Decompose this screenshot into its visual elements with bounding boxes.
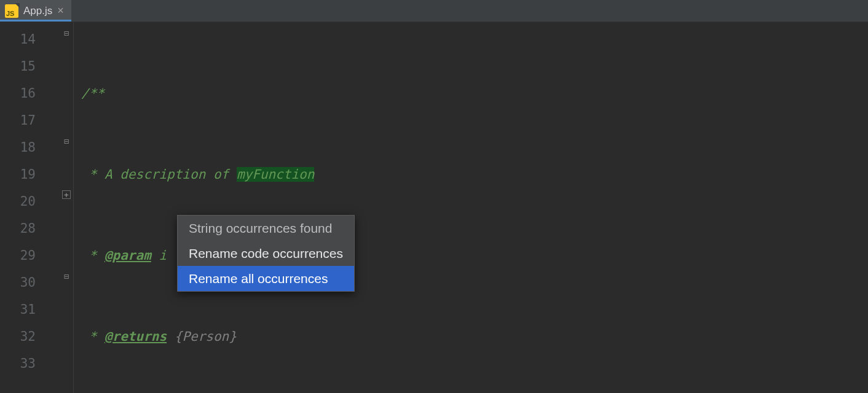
rename-popup: String occurrences found Rename code occ… [177,215,355,292]
line-number: 32 [0,323,59,350]
file-tab[interactable]: JS App.js × [0,0,71,21]
line-number: 19 [0,161,59,188]
tab-bar: JS App.js × [0,0,868,22]
rename-all-occurrences[interactable]: Rename all occurrences [178,266,354,291]
jsdoc-param: * @param i [81,248,167,263]
line-number: 20 [0,188,59,215]
line-number: 30 [0,269,59,296]
line-number: 28 [0,215,59,242]
line-number: 31 [0,296,59,323]
code-area[interactable]: /** * A description of myFunction * @par… [59,22,868,393]
jsdoc-returns: * @returns {Person} [81,329,237,344]
rename-code-occurrences[interactable]: Rename code occurrences [178,241,354,266]
popup-title: String occurrences found [178,216,354,241]
line-number: 15 [0,53,59,80]
tab-filename: App.js [23,5,52,17]
jsdoc-line: * A description of myFunction [81,167,314,182]
close-tab-icon[interactable]: × [57,4,64,17]
line-number: 14 [0,26,59,53]
js-file-icon: JS [5,4,18,18]
line-number: 16 [0,80,59,107]
line-number-gutter: 14 15 16 17 18 19 20 28 29 30 31 32 33 [0,22,59,393]
line-number: 18 [0,134,59,161]
jsdoc-open: /** [81,86,105,101]
line-number: 29 [0,242,59,269]
code-editor[interactable]: 14 15 16 17 18 19 20 28 29 30 31 32 33 ⊟… [0,22,868,393]
line-number: 33 [0,350,59,377]
line-number: 17 [0,107,59,134]
